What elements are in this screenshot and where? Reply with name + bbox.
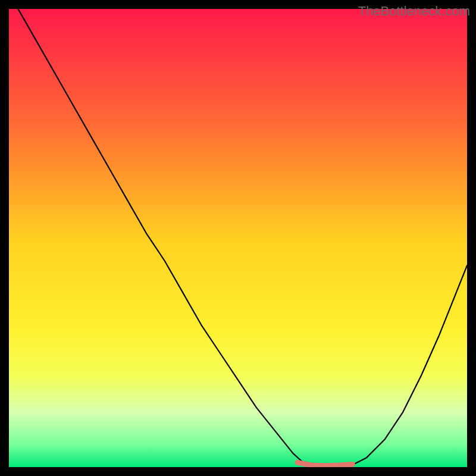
bottleneck-chart	[9, 9, 467, 467]
watermark-text: TheBottleneck.com	[358, 4, 470, 19]
chart-frame	[9, 9, 467, 467]
gradient-background	[9, 9, 467, 467]
